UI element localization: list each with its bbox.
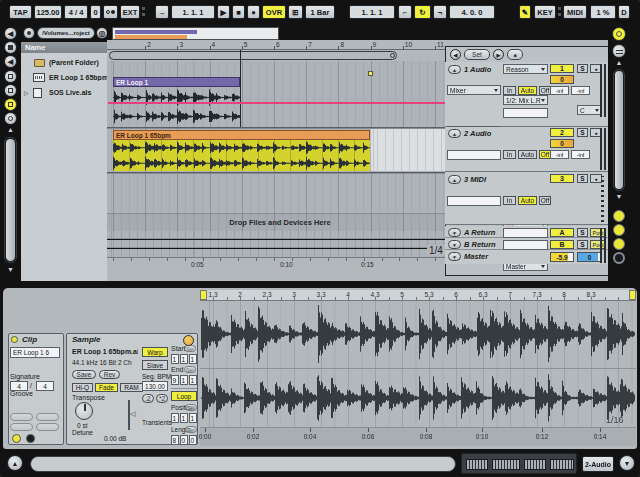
browser-path-field[interactable]: /Volumes...roject <box>37 27 95 39</box>
start-sixteenths-field[interactable]: 1 <box>189 354 197 364</box>
length-sixteenths-field[interactable]: 0 <box>189 435 197 445</box>
track-2-clip-header[interactable]: ER Loop 1 65bpm <box>113 130 370 140</box>
track-3-monitor-off-button[interactable]: Off <box>539 196 551 205</box>
sample-waveform-left[interactable] <box>201 301 635 367</box>
sample-save-button[interactable]: Save <box>72 370 96 379</box>
arrangement-scrollbar[interactable] <box>613 69 625 191</box>
arrangement-scroll-thumb[interactable] <box>615 71 623 189</box>
clip-activator-button[interactable] <box>11 336 18 343</box>
track-1-solo-button[interactable]: S <box>577 64 588 73</box>
show-info-view-button[interactable]: ▲ <box>7 455 23 471</box>
session-view-button[interactable] <box>612 27 626 41</box>
track-2-volume-field[interactable]: 0 <box>550 139 574 148</box>
clip-launch-indicator[interactable] <box>12 434 21 443</box>
next-locator-button[interactable]: ▶ <box>493 49 504 60</box>
track-1-device-chooser[interactable]: Mixer <box>447 85 501 95</box>
warp-button[interactable]: Warp <box>142 347 168 357</box>
loop-start-display[interactable]: 1. 1. 1 <box>349 5 395 19</box>
return-a-name[interactable]: A Return <box>464 228 495 237</box>
track-3-activator[interactable]: 3 <box>550 174 574 183</box>
nudge-forward-button[interactable] <box>36 413 59 421</box>
double-tempo-button[interactable]: *2 <box>156 394 168 403</box>
info-browser-button[interactable] <box>4 112 17 125</box>
arrangement-scroll-down[interactable]: ▼ <box>614 193 624 201</box>
track-1-monitor-in-button[interactable]: In <box>503 86 516 95</box>
gain-slider-handle[interactable]: ◁ <box>130 410 135 418</box>
track-3-monitor-in-button[interactable]: In <box>503 196 516 205</box>
track-2-fold-button[interactable]: ▲ <box>448 129 461 138</box>
browser-name-header[interactable]: Name <box>21 42 107 53</box>
file-browser-1-button[interactable] <box>4 70 17 83</box>
track-1-fold-button[interactable]: ▲ <box>448 65 461 74</box>
stop-all-clips-button[interactable] <box>613 252 625 264</box>
track-2-monitor-in-button[interactable]: In <box>503 150 516 159</box>
arrangement-overview[interactable] <box>112 27 279 40</box>
arrangement-view-button[interactable] <box>612 44 626 58</box>
return-b-name[interactable]: B Return <box>464 240 496 249</box>
gain-value[interactable]: 0.00 dB <box>104 435 126 442</box>
clip-edit-button[interactable] <box>36 423 59 431</box>
position-set-button[interactable]: Set <box>185 404 197 411</box>
return-b-activator[interactable]: B <box>550 240 574 249</box>
plugin-browser-button[interactable]: ◀ <box>4 55 17 68</box>
time-signature-display[interactable]: 4 / 4 <box>64 5 88 19</box>
scene-launch-button[interactable] <box>613 238 625 250</box>
position-beats-field[interactable]: 1 <box>180 413 188 423</box>
slave-button[interactable]: Slave <box>142 360 168 370</box>
arrangement-scroll-handle[interactable] <box>109 51 397 60</box>
loop-end-marker[interactable] <box>629 290 636 300</box>
punch-in-button[interactable]: ⌐ <box>398 5 412 19</box>
tempo-display[interactable]: 125.00 <box>34 5 62 19</box>
return-a-activator[interactable]: A <box>550 228 574 237</box>
browser-back-button[interactable] <box>23 27 35 39</box>
punch-out-button[interactable]: ¬ <box>433 5 447 19</box>
track-1-input-type-chooser[interactable]: Reason <box>503 64 548 74</box>
prev-locator-button[interactable]: ◀ <box>450 49 461 60</box>
start-set-button[interactable]: Set <box>184 345 196 352</box>
set-locator-button[interactable]: Set <box>464 49 490 60</box>
end-bars-field[interactable]: 9 <box>171 375 179 385</box>
stop-button[interactable]: ■ <box>232 5 245 19</box>
track-1-clip-waveform[interactable] <box>113 88 240 126</box>
hide-browser-button[interactable]: ◀ <box>4 27 17 40</box>
position-bars-field[interactable]: 1 <box>171 413 179 423</box>
transpose-knob[interactable] <box>75 402 93 420</box>
global-quantize-display[interactable]: 0 <box>90 5 101 19</box>
clip-quantize-button[interactable] <box>10 423 33 431</box>
track-1-send-a-field[interactable]: -inf <box>550 86 569 95</box>
loop-switch-button[interactable]: ↻ <box>414 5 431 19</box>
arrangement-position-display[interactable]: 1. 1. 1 <box>171 5 215 19</box>
clip-stop-indicator[interactable] <box>26 434 35 443</box>
track-2-name[interactable]: 2 Audio <box>464 129 491 138</box>
track-1-input-channel-chooser[interactable]: 1/2: Mix L.R <box>503 95 548 105</box>
sample-waveform-right[interactable] <box>201 370 635 426</box>
selected-track-button[interactable]: 2-Audio <box>582 456 614 472</box>
track-1-send-b-field[interactable]: -inf <box>571 86 590 95</box>
hide-clip-view-button[interactable]: ▼ <box>619 455 635 471</box>
arrangement-overview-mini[interactable] <box>461 453 577 474</box>
position-sixteenths-field[interactable]: 1 <box>189 413 197 423</box>
browser-scroll-thumb[interactable] <box>6 139 15 261</box>
end-set-button[interactable]: Set <box>184 366 196 373</box>
master-fold-button[interactable]: ▼ <box>448 252 461 261</box>
track-2-activator[interactable]: 2 <box>550 128 574 137</box>
browser-scroll-down[interactable]: ▼ <box>5 266 16 275</box>
follow-button[interactable]: → <box>155 5 169 19</box>
volume-automation-line[interactable] <box>108 102 445 104</box>
file-browser-3-button[interactable] <box>4 98 17 111</box>
scene-launch-button[interactable] <box>613 224 625 236</box>
record-button[interactable]: ● <box>247 5 260 19</box>
track-3-solo-button[interactable]: S <box>577 174 588 183</box>
track-3-fold-button[interactable]: ▲ <box>448 175 461 184</box>
file-browser-2-button[interactable] <box>4 84 17 97</box>
transpose-value[interactable]: 0 st <box>77 422 87 429</box>
track-2-solo-button[interactable]: S <box>577 128 588 137</box>
track-1-name[interactable]: 1 Audio <box>464 65 491 74</box>
start-bars-field[interactable]: 1 <box>171 354 179 364</box>
master-name[interactable]: Master <box>464 252 488 261</box>
list-item[interactable]: ▷ SOS Live.als <box>21 86 107 100</box>
loop-button[interactable]: Loop <box>171 391 197 401</box>
browser-scroll-up[interactable]: ▲ <box>5 126 16 135</box>
clip-signature-denominator[interactable]: 4 <box>36 381 54 391</box>
loop-start-marker[interactable] <box>200 290 207 300</box>
